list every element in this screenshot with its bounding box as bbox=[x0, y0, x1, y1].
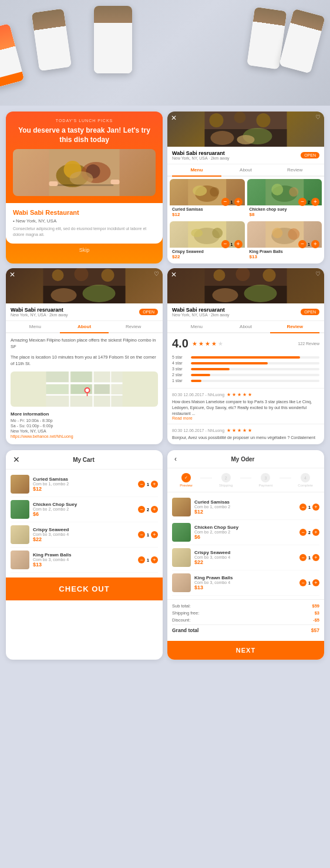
tab-review[interactable]: Review bbox=[270, 164, 319, 175]
restaurant-name: Wabi Sabi resruarant bbox=[172, 150, 230, 156]
svg-point-24 bbox=[289, 187, 298, 197]
review-favorite-button[interactable]: ♡ bbox=[315, 271, 321, 277]
order-qty-ctrl-3: − 1 + bbox=[299, 554, 319, 561]
order-qty-minus-3[interactable]: − bbox=[299, 554, 307, 561]
cart-qty-minus-2[interactable]: − bbox=[138, 506, 145, 513]
qty-minus-4[interactable]: − bbox=[298, 240, 307, 248]
step-complete: 4 Complete bbox=[294, 473, 317, 487]
cart-item-3: Crispy Seaweed Com bo 3, combo 4 $22 − 1… bbox=[11, 522, 158, 548]
cart-qty-minus-1[interactable]: − bbox=[138, 481, 145, 488]
svg-point-31 bbox=[272, 228, 282, 238]
qty-plus-3[interactable]: + bbox=[234, 240, 243, 248]
read-more-link-1[interactable]: Read more bbox=[172, 416, 319, 420]
cart-qty-minus-3[interactable]: − bbox=[138, 531, 145, 538]
about-restaurant-name: Wabi Sabi resruarant bbox=[11, 307, 68, 313]
order-item-image-3 bbox=[172, 548, 191, 567]
order-card: ‹ My Oder ✓ Preview 2 Shipping 3 Payment… bbox=[167, 450, 324, 660]
step-line-2 bbox=[240, 478, 252, 478]
star-2: ★ bbox=[198, 340, 204, 347]
step-preview: ✓ Preview bbox=[174, 473, 198, 487]
review-tab-menu[interactable]: Menu bbox=[172, 321, 221, 332]
review-time-1: 80:30 12.06.2017 - NhLuong bbox=[172, 393, 224, 397]
order-item-4: King Prawn Balls Com bo 3, combo 4 $13 −… bbox=[172, 570, 319, 596]
about-tab-menu[interactable]: Menu bbox=[11, 321, 60, 332]
step-circle-complete: 4 bbox=[301, 473, 310, 482]
svg-point-38 bbox=[51, 288, 77, 302]
favorite-button[interactable]: ♡ bbox=[315, 114, 321, 120]
review-time-2: 80:30 12.06.2017 - NhLuong bbox=[172, 428, 224, 433]
review-close-button[interactable]: ✕ bbox=[171, 271, 177, 279]
checkout-button[interactable]: CHECK OUT bbox=[6, 577, 163, 600]
order-item-3: Crispy Seaweed Com bo 3, combo 4 $22 − 1… bbox=[172, 545, 319, 570]
cart-qty-plus-2[interactable]: + bbox=[151, 506, 158, 513]
about-favorite-button[interactable]: ♡ bbox=[154, 271, 159, 277]
order-title: My Oder bbox=[231, 456, 254, 462]
cart-qty-ctrl-3: − 1 + bbox=[138, 531, 158, 538]
bar-label-5: 5 star bbox=[172, 355, 188, 359]
qty-minus-2[interactable]: − bbox=[298, 198, 307, 206]
review-tab-review[interactable]: Review bbox=[270, 321, 319, 332]
cart-qty-minus-4[interactable]: − bbox=[138, 556, 145, 563]
cart-item-image-3 bbox=[11, 525, 29, 544]
about-tab-review[interactable]: Review bbox=[109, 321, 158, 332]
order-qty-ctrl-1: − 1 + bbox=[299, 504, 319, 511]
bar-track-5 bbox=[191, 356, 319, 359]
review-item-2: 80:30 12.06.2017 - NhLuong ★ ★ ★ ★ ★ Bon… bbox=[167, 424, 324, 444]
cart-qty-plus-3[interactable]: + bbox=[151, 531, 158, 538]
bar-track-3 bbox=[191, 368, 319, 370]
website-link[interactable]: https://www.behance.net/NhLuong bbox=[11, 434, 158, 438]
qty-minus-3[interactable]: − bbox=[221, 240, 230, 248]
next-button[interactable]: NEXT bbox=[167, 641, 324, 660]
svg-point-34 bbox=[52, 269, 64, 281]
about-tabs: Menu About Review bbox=[6, 321, 163, 333]
bar-fill-3 bbox=[191, 368, 230, 370]
bar-fill-4 bbox=[191, 362, 268, 364]
order-item-2: Chicken Chop Suey Com bo 2, combo 2 $6 −… bbox=[172, 520, 319, 545]
cart-item-4: King Prawn Balls Com bo 3, combo 4 $13 −… bbox=[11, 548, 158, 573]
order-back-button[interactable]: ‹ bbox=[174, 455, 177, 463]
order-qty-minus-4[interactable]: − bbox=[299, 579, 307, 586]
step-shipping: 2 Shipping bbox=[214, 473, 238, 487]
tab-about[interactable]: About bbox=[221, 164, 271, 175]
cart-item-1: Curied Samisas Com bo 1, combo 2 $12 − 1… bbox=[11, 472, 158, 497]
about-tab-about[interactable]: About bbox=[60, 321, 109, 332]
about-close-button[interactable]: ✕ bbox=[9, 271, 15, 279]
order-qty-plus-4[interactable]: + bbox=[312, 579, 319, 586]
cart-qty-ctrl-4: − 1 + bbox=[138, 556, 158, 563]
shipping-value: $3 bbox=[315, 610, 319, 616]
bar-row-3star: 3 star bbox=[172, 367, 319, 371]
restaurant-info-bar: Wabi Sabi resruarant New York, NY, USA ·… bbox=[167, 147, 324, 164]
restaurant-location: New York, NY, USA · 2km away bbox=[172, 156, 230, 160]
qty-plus-4[interactable]: + bbox=[311, 240, 319, 248]
skip-button[interactable]: Skip bbox=[6, 244, 163, 256]
qty-plus-1[interactable]: + bbox=[234, 198, 243, 206]
mockup-phone-2 bbox=[32, 8, 72, 71]
qty-plus-2[interactable]: + bbox=[311, 198, 319, 206]
order-qty-plus-3[interactable]: + bbox=[312, 554, 319, 561]
sub-total-row: Sub total: $59 bbox=[172, 603, 319, 609]
order-qty-minus-2[interactable]: − bbox=[299, 529, 307, 536]
order-item-image-1 bbox=[172, 498, 191, 516]
svg-point-12 bbox=[257, 113, 271, 127]
svg-point-59 bbox=[213, 288, 238, 302]
order-qty-minus-1[interactable]: − bbox=[299, 504, 307, 511]
svg-rect-48 bbox=[46, 384, 69, 394]
order-qty-plus-1[interactable]: + bbox=[312, 504, 319, 511]
cart-close-button[interactable]: ✕ bbox=[13, 455, 20, 464]
tab-menu[interactable]: Menu bbox=[172, 164, 221, 175]
menu-item-info-2: Chicken chop suey $8 bbox=[247, 205, 322, 219]
menu-item-info-3: Crispy Seaweed $22 bbox=[170, 248, 245, 261]
top-mockup-section bbox=[0, 0, 330, 106]
review-text-2: Bonjour, Avez vous possibilité de propos… bbox=[172, 435, 319, 441]
order-item-image-4 bbox=[172, 573, 191, 592]
restaurant-description: Consectetur adipiscing elit, sed do eius… bbox=[13, 226, 156, 238]
lunch-bottom-section: Wabi Sabi Restaurant • New York, NY, USA… bbox=[6, 203, 163, 244]
rating-stars: ★ ★ ★ ★ ★ bbox=[192, 340, 223, 347]
restaurant-location: • New York, NY, USA bbox=[13, 218, 156, 224]
cart-qty-plus-4[interactable]: + bbox=[151, 556, 158, 563]
review-tab-about[interactable]: About bbox=[221, 321, 271, 332]
cart-qty-plus-1[interactable]: + bbox=[151, 481, 158, 488]
close-button[interactable]: ✕ bbox=[171, 114, 177, 122]
qty-minus-1[interactable]: − bbox=[221, 198, 230, 206]
order-qty-plus-2[interactable]: + bbox=[312, 529, 319, 536]
